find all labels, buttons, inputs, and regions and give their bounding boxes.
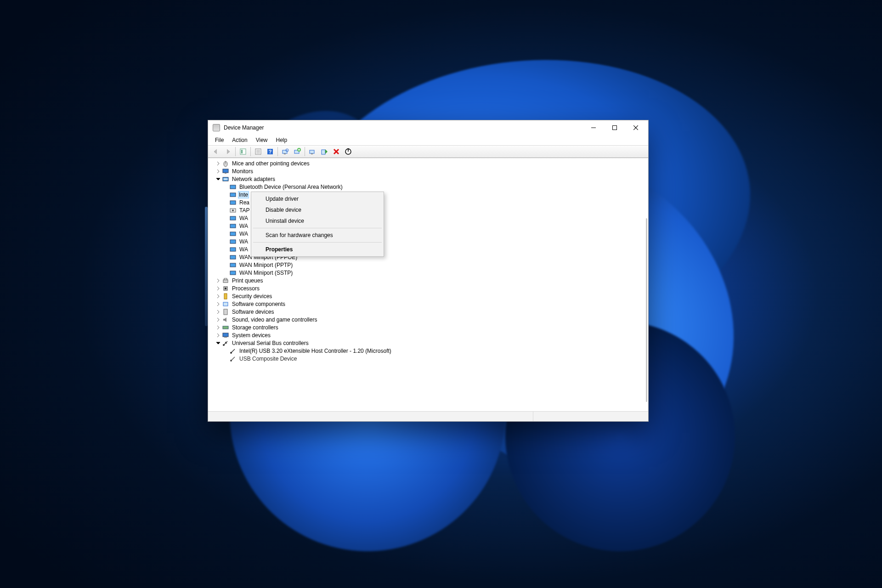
chevron-right-icon[interactable] bbox=[215, 300, 222, 308]
svg-rect-27 bbox=[223, 169, 228, 173]
tree-label: Universal Serial Bus controllers bbox=[231, 340, 310, 346]
tree-item-usb-composite[interactable]: USB Composite Device bbox=[208, 355, 648, 362]
tree-item-security[interactable]: Security devices bbox=[208, 292, 648, 300]
monitor-icon bbox=[222, 168, 229, 175]
ctx-scan-hardware[interactable]: Scan for hardware changes bbox=[253, 230, 382, 241]
minimize-button[interactable] bbox=[583, 120, 604, 135]
close-button[interactable] bbox=[625, 120, 646, 135]
enable-device-button[interactable] bbox=[319, 147, 330, 157]
update-driver-button[interactable] bbox=[307, 147, 318, 157]
chevron-right-icon[interactable] bbox=[215, 332, 222, 339]
context-menu: Update driver Disable device Uninstall d… bbox=[251, 192, 384, 257]
chevron-right-icon[interactable] bbox=[215, 277, 222, 284]
tree-item-print-queues[interactable]: Print queues bbox=[208, 277, 648, 284]
menu-view[interactable]: View bbox=[252, 136, 272, 144]
menu-help[interactable]: Help bbox=[272, 136, 292, 144]
svg-rect-31 bbox=[225, 178, 226, 180]
svg-rect-33 bbox=[230, 185, 236, 189]
chevron-right-icon[interactable] bbox=[215, 316, 222, 323]
network-adapter-icon bbox=[229, 199, 237, 206]
tree-item-software-devices[interactable]: Software devices bbox=[208, 308, 648, 316]
svg-rect-34 bbox=[230, 193, 236, 197]
usb-icon bbox=[229, 355, 237, 362]
chevron-down-icon[interactable] bbox=[215, 339, 222, 347]
ctx-separator bbox=[253, 228, 382, 228]
ctx-properties[interactable]: Properties bbox=[253, 244, 382, 255]
ctx-update-driver[interactable]: Update driver bbox=[253, 193, 382, 204]
svg-rect-1 bbox=[613, 126, 617, 130]
svg-rect-21 bbox=[322, 150, 325, 154]
tree-label: System devices bbox=[231, 332, 271, 339]
scrollbar[interactable] bbox=[646, 218, 647, 402]
network-adapter-icon bbox=[229, 183, 237, 191]
usb-icon bbox=[229, 347, 237, 355]
tree-label: WA bbox=[238, 215, 249, 221]
maximize-button[interactable] bbox=[604, 120, 625, 135]
tree-item-mice[interactable]: Mice and other pointing devices bbox=[208, 159, 648, 167]
storage-icon bbox=[222, 324, 229, 331]
tree-label: Network adapters bbox=[231, 176, 276, 182]
tree-label: Software components bbox=[231, 301, 286, 307]
chevron-right-icon[interactable] bbox=[215, 160, 222, 167]
tree-label: WAN Miniport (SSTP) bbox=[238, 270, 294, 276]
chevron-down-icon[interactable] bbox=[215, 175, 222, 183]
ctx-disable-device[interactable]: Disable device bbox=[253, 204, 382, 215]
svg-rect-53 bbox=[223, 326, 228, 329]
tree-item-monitors[interactable]: Monitors bbox=[208, 167, 648, 175]
add-legacy-hardware-button[interactable] bbox=[292, 147, 303, 157]
app-icon bbox=[213, 124, 220, 131]
chevron-right-icon[interactable] bbox=[215, 308, 222, 316]
titlebar[interactable]: Device Manager bbox=[208, 120, 648, 135]
security-icon bbox=[222, 293, 229, 300]
svg-rect-51 bbox=[223, 302, 228, 306]
tree-item-wan-pptp[interactable]: WAN Miniport (PPTP) bbox=[208, 261, 648, 269]
properties-button[interactable] bbox=[253, 147, 264, 157]
tree-label: WA bbox=[238, 238, 249, 245]
tree-label: Monitors bbox=[231, 168, 254, 175]
tree-label: WA bbox=[238, 223, 249, 229]
svg-rect-13 bbox=[284, 153, 286, 154]
tree-item-system[interactable]: System devices bbox=[208, 331, 648, 339]
ctx-uninstall-device[interactable]: Uninstall device bbox=[253, 215, 382, 226]
tree-label: Security devices bbox=[231, 293, 273, 300]
svg-rect-35 bbox=[230, 201, 236, 204]
tree-item-storage[interactable]: Storage controllers bbox=[208, 323, 648, 331]
device-icon bbox=[222, 308, 229, 316]
show-hidden-button[interactable] bbox=[237, 147, 249, 157]
chevron-right-icon[interactable] bbox=[215, 293, 222, 300]
menu-file[interactable]: File bbox=[211, 136, 228, 144]
tree-item-processors[interactable]: Processors bbox=[208, 284, 648, 292]
network-adapter-icon bbox=[229, 222, 237, 230]
svg-rect-49 bbox=[225, 288, 226, 289]
chevron-right-icon[interactable] bbox=[215, 168, 222, 175]
tree-item-usb-xhci[interactable]: Intel(R) USB 3.20 eXtensible Host Contro… bbox=[208, 347, 648, 355]
tree-label: Mice and other pointing devices bbox=[231, 160, 311, 167]
svg-rect-45 bbox=[230, 271, 236, 275]
help-button[interactable]: ? bbox=[265, 147, 276, 157]
back-button[interactable] bbox=[210, 147, 221, 157]
uninstall-device-button[interactable] bbox=[331, 147, 342, 157]
tree-item-wan-sstp[interactable]: WAN Miniport (SSTP) bbox=[208, 269, 648, 277]
svg-rect-39 bbox=[230, 224, 236, 228]
device-manager-window: Device Manager File Action View Help ? bbox=[208, 120, 649, 422]
forward-button[interactable] bbox=[222, 147, 233, 157]
system-icon bbox=[222, 332, 229, 339]
menu-action[interactable]: Action bbox=[228, 136, 251, 144]
chevron-right-icon[interactable] bbox=[215, 285, 222, 292]
tree-item-sound[interactable]: Sound, video and game controllers bbox=[208, 316, 648, 323]
network-adapter-icon bbox=[229, 238, 237, 245]
chevron-right-icon[interactable] bbox=[215, 324, 222, 331]
tree-item-network-adapters[interactable]: Network adapters bbox=[208, 175, 648, 183]
window-title: Device Manager bbox=[224, 124, 264, 131]
tree-item-usb[interactable]: Universal Serial Bus controllers bbox=[208, 339, 648, 347]
disable-device-button[interactable] bbox=[343, 147, 354, 157]
tree-label: Storage controllers bbox=[231, 324, 279, 331]
tree-item-bt-device[interactable]: Bluetooth Device (Personal Area Network) bbox=[208, 183, 648, 191]
tree-item-software-components[interactable]: Software components bbox=[208, 300, 648, 308]
svg-rect-30 bbox=[224, 178, 225, 180]
svg-rect-55 bbox=[224, 337, 227, 338]
scan-hardware-button[interactable] bbox=[280, 147, 291, 157]
menubar: File Action View Help bbox=[208, 135, 648, 145]
svg-rect-41 bbox=[230, 240, 236, 243]
svg-rect-4 bbox=[240, 149, 246, 154]
